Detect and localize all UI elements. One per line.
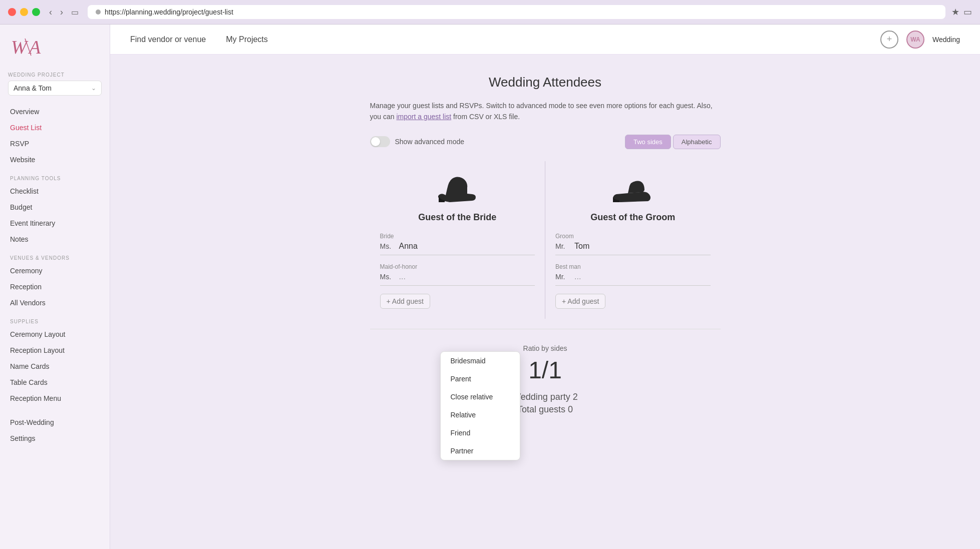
dropdown-item-bridesmaid[interactable]: Bridesmaid — [441, 352, 520, 370]
sidebar-item-all-vendors[interactable]: All Vendors — [4, 295, 106, 311]
stats-section: Ratio by sides 1/1 Wedding party 2 Total… — [370, 329, 721, 430]
ratio-label: Ratio by sides — [380, 344, 711, 352]
svg-text:W: W — [11, 37, 29, 58]
project-label: WEDDING PROJECT — [8, 72, 102, 78]
user-initials: WA — [910, 36, 920, 43]
project-selector[interactable]: Anna & Tom ⌄ — [8, 81, 102, 96]
svg-text:A: A — [28, 37, 41, 58]
sidebar-item-post-wedding[interactable]: Post-Wedding — [4, 414, 106, 430]
dropdown-item-partner[interactable]: Partner — [441, 442, 520, 460]
maid-honor-label: Maid-of-honor — [380, 263, 535, 270]
top-nav: Find vendor or venue My Projects + WA We… — [110, 25, 980, 55]
browser-chrome: ‹ › ▭ https://planning.wedding/project/g… — [0, 0, 980, 25]
find-vendor-link[interactable]: Find vendor or venue — [130, 35, 206, 44]
sidebar-item-name-cards[interactable]: Name Cards — [4, 358, 106, 374]
supplies-label: SUPPLIES — [4, 311, 106, 326]
sidebar-item-reception-menu[interactable]: Reception Menu — [4, 390, 106, 406]
best-man-salutation: Mr. — [555, 273, 570, 281]
bride-add-guest-button[interactable]: + Add guest — [380, 294, 430, 309]
two-sides-button[interactable]: Two sides — [625, 135, 671, 149]
bride-column: Guest of the Bride Bride Ms. Anna Maid-o… — [370, 161, 545, 319]
project-name: Anna & Tom — [14, 84, 52, 92]
bride-shoe-icon — [380, 171, 535, 206]
sidebar-item-settings[interactable]: Settings — [4, 430, 106, 446]
top-nav-actions: + WA Wedding — [880, 31, 960, 49]
close-dot[interactable] — [8, 8, 16, 16]
maximize-dot[interactable] — [32, 8, 40, 16]
minimize-dot[interactable] — [20, 8, 28, 16]
best-man-label: Best man — [555, 263, 711, 270]
my-projects-link[interactable]: My Projects — [226, 35, 268, 44]
sidebar-item-reception-layout[interactable]: Reception Layout — [4, 342, 106, 358]
groom-add-guest-button[interactable]: + Add guest — [555, 294, 605, 309]
planning-tools-label: PLANNING TOOLS — [4, 168, 106, 183]
guest-columns: Guest of the Bride Bride Ms. Anna Maid-o… — [370, 161, 721, 319]
advanced-mode-label: Show advanced mode — [395, 138, 465, 146]
browser-dots — [8, 8, 40, 16]
top-nav-links: Find vendor or venue My Projects — [130, 35, 268, 44]
groom-input-row[interactable]: Mr. Tom — [555, 242, 711, 255]
sidebar-item-overview[interactable]: Overview — [4, 104, 106, 120]
bride-salutation: Ms. — [380, 242, 395, 250]
bride-column-title: Guest of the Bride — [380, 212, 535, 223]
toggle-knob — [371, 137, 380, 146]
sidebar-item-reception[interactable]: Reception — [4, 279, 106, 295]
dropdown-item-relative[interactable]: Relative — [441, 406, 520, 424]
sidebar-item-checklist[interactable]: Checklist — [4, 183, 106, 199]
maid-honor-name[interactable]: ... — [399, 272, 406, 281]
plus-icon: + — [887, 34, 892, 45]
page-description: Manage your guest lists and RSVPs. Switc… — [370, 100, 721, 123]
sidebar-item-ceremony-layout[interactable]: Ceremony Layout — [4, 326, 106, 342]
sidebar-item-event-itinerary[interactable]: Event Itinerary — [4, 215, 106, 231]
add-guest-dropdown: Bridesmaid Parent Close relative Relativ… — [440, 351, 520, 460]
maid-honor-salutation: Ms. — [380, 273, 395, 281]
url-text: https://planning.wedding/project/guest-l… — [105, 8, 233, 16]
groom-column: Guest of the Groom Groom Mr. Tom Best ma… — [545, 161, 721, 319]
bookmark-button[interactable]: ★ — [951, 7, 959, 18]
user-name: Wedding — [932, 36, 960, 44]
sidebar-item-guest-list[interactable]: Guest List — [4, 120, 106, 136]
maid-honor-input-row[interactable]: Ms. ... — [380, 272, 535, 286]
window-button[interactable]: ▭ — [68, 6, 82, 19]
sidebar-item-budget[interactable]: Budget — [4, 199, 106, 215]
toggle-row: Show advanced mode — [370, 136, 465, 147]
import-link[interactable]: import a guest list — [396, 113, 451, 121]
controls-row: Show advanced mode Two sides Alphabetic — [370, 135, 721, 149]
groom-salutation: Mr. — [555, 242, 570, 250]
add-project-button[interactable]: + — [880, 31, 898, 49]
sidebar: W A WEDDING PROJECT Anna & Tom ⌄ Overvie… — [0, 25, 110, 549]
bride-role-label: Bride — [380, 233, 535, 240]
split-button[interactable]: ▭ — [963, 7, 972, 18]
best-man-input-row[interactable]: Mr. ... — [555, 272, 711, 286]
groom-name[interactable]: Tom — [574, 242, 589, 251]
sidebar-item-notes[interactable]: Notes — [4, 231, 106, 247]
view-toggle: Two sides Alphabetic — [625, 135, 721, 149]
main-content: Wedding Attendees Manage your guest list… — [110, 55, 980, 549]
sidebar-item-table-cards[interactable]: Table Cards — [4, 374, 106, 390]
address-bar[interactable]: https://planning.wedding/project/guest-l… — [88, 5, 945, 19]
logo: W A — [10, 35, 45, 63]
alphabetic-button[interactable]: Alphabetic — [673, 135, 721, 149]
groom-shoe-icon — [555, 171, 711, 206]
nav-buttons: ‹ › ▭ — [46, 6, 82, 19]
security-icon — [96, 10, 101, 15]
page-title: Wedding Attendees — [140, 75, 950, 90]
sidebar-item-ceremony[interactable]: Ceremony — [4, 263, 106, 279]
sidebar-item-rsvp[interactable]: RSVP — [4, 136, 106, 152]
dropdown-item-close-relative[interactable]: Close relative — [441, 388, 520, 406]
browser-actions: ★ ▭ — [951, 7, 972, 18]
back-button[interactable]: ‹ — [46, 6, 55, 19]
user-avatar[interactable]: WA — [906, 31, 924, 49]
best-man-name[interactable]: ... — [574, 272, 581, 281]
dropdown-item-parent[interactable]: Parent — [441, 370, 520, 388]
sidebar-item-website[interactable]: Website — [4, 152, 106, 168]
groom-role-label: Groom — [555, 233, 711, 240]
bride-input-row[interactable]: Ms. Anna — [380, 242, 535, 255]
groom-column-title: Guest of the Groom — [555, 212, 711, 223]
bride-name[interactable]: Anna — [399, 242, 418, 251]
dropdown-item-friend[interactable]: Friend — [441, 424, 520, 442]
advanced-mode-toggle[interactable] — [370, 136, 390, 147]
chevron-down-icon: ⌄ — [91, 85, 96, 92]
forward-button[interactable]: › — [57, 6, 66, 19]
sidebar-logo: W A — [0, 25, 110, 68]
